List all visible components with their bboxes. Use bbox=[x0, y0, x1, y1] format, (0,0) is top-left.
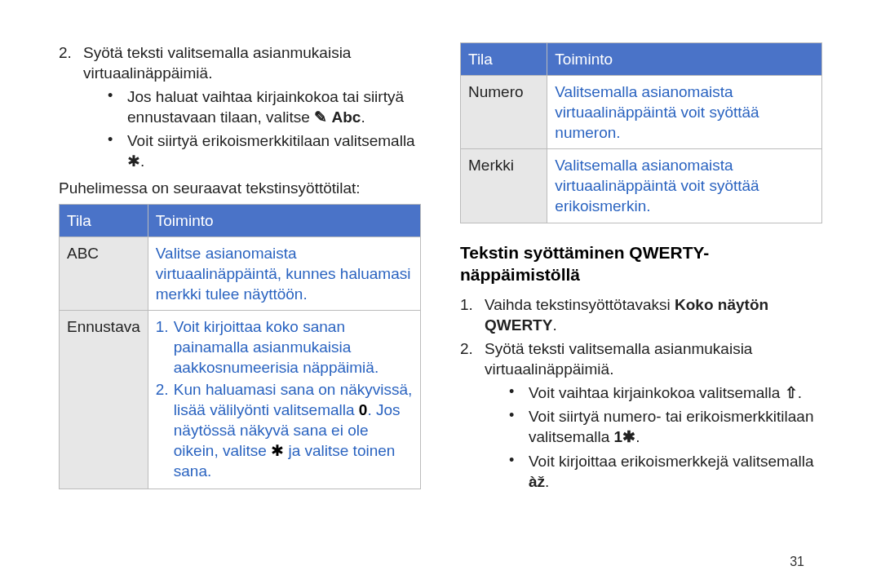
step-2: 2. Syötä teksti valitsemalla asianmukais… bbox=[59, 42, 421, 171]
bullet-change-case: • Jos haluat vaihtaa kirjainkokoa tai si… bbox=[108, 86, 421, 127]
mode-name: Merkki bbox=[461, 149, 547, 223]
qwerty-step-1: 1. Vaihda tekstinsyöttötavaksi Koko näyt… bbox=[460, 294, 822, 335]
star-icon bbox=[271, 442, 284, 459]
qwerty-heading: Tekstin syöttäminen QWERTY-näppäimistöll… bbox=[460, 241, 822, 286]
right-column: Tila Toiminto Numero Valitsemalla asiano… bbox=[460, 42, 822, 495]
az-icon bbox=[529, 473, 545, 490]
mode-desc: Valitsemalla asianomaista virtuaalinäppä… bbox=[547, 149, 822, 223]
shift-icon bbox=[785, 384, 798, 401]
mode-desc: Valitsemalla asianomaista virtuaalinäppä… bbox=[547, 76, 822, 149]
bullet-dot: • bbox=[509, 451, 529, 492]
modes-intro: Puhelimessa on seuraavat tekstinsyöttöti… bbox=[59, 178, 421, 198]
bullet-special-chars: • Voit kirjoittaa erikoismerkkejä valits… bbox=[509, 451, 822, 492]
modes-table-left: Tila Toiminto ABC Valitse asianomaista v… bbox=[59, 204, 421, 490]
qwerty-step-2: 2. Syötä teksti valitsemalla asianmukais… bbox=[460, 338, 822, 492]
step-text: Syötä teksti valitsemalla asianmukaisia … bbox=[485, 340, 752, 378]
bullet-dot: • bbox=[108, 130, 127, 171]
table-row: Numero Valitsemalla asianomaista virtuaa… bbox=[461, 76, 822, 149]
substep-number: 1. bbox=[156, 316, 174, 378]
table-row: ABC Valitse asianomaista virtuaalinäppäi… bbox=[60, 237, 421, 310]
mode-name: ABC bbox=[60, 237, 148, 310]
step-body: Syötä teksti valitsemalla asianmukaisia … bbox=[485, 338, 822, 492]
bullet-text: Voit siirtyä erikoismerkkitilaan valitse… bbox=[127, 132, 415, 149]
table-header-tila: Tila bbox=[461, 43, 547, 76]
bullet-dot: • bbox=[509, 406, 529, 447]
table-header-toiminto: Toiminto bbox=[547, 43, 822, 76]
step-number: 2. bbox=[460, 338, 485, 492]
abc-label: Abc bbox=[332, 108, 361, 126]
substep-text: Voit kirjoittaa koko sanan painamalla as… bbox=[174, 316, 413, 378]
one-star-icon bbox=[614, 428, 636, 445]
step-body: Vaihda tekstinsyöttötavaksi Koko näytön … bbox=[485, 294, 822, 335]
mode-name: Numero bbox=[461, 76, 547, 149]
bullet-dot: • bbox=[509, 382, 529, 403]
step-number: 1. bbox=[460, 294, 485, 335]
bullet-special-mode: • Voit siirtyä erikoismerkkitilaan valit… bbox=[108, 130, 421, 171]
page-content: 2. Syötä teksti valitsemalla asianmukais… bbox=[0, 0, 881, 528]
period: . bbox=[361, 108, 365, 126]
table-header-toiminto: Toiminto bbox=[148, 204, 420, 237]
pencil-icon bbox=[314, 108, 327, 126]
table-row: Ennustava 1. Voit kirjoittaa koko sanan … bbox=[60, 310, 421, 489]
mode-name: Ennustava bbox=[60, 310, 148, 489]
page-number: 31 bbox=[790, 553, 804, 570]
bullet-num-special: • Voit siirtyä numero- tai erikoismerkki… bbox=[509, 406, 822, 447]
period: . bbox=[140, 153, 144, 170]
mode-desc: Valitse asianomaista virtuaalinäppäintä,… bbox=[148, 237, 420, 310]
step-text: Syötä teksti valitsemalla asianmukaisia … bbox=[83, 44, 351, 82]
bullet-dot: • bbox=[108, 86, 127, 127]
table-row: Merkki Valitsemalla asianomaista virtuaa… bbox=[461, 149, 822, 223]
modes-table-right: Tila Toiminto Numero Valitsemalla asiano… bbox=[460, 42, 822, 223]
bullet-shift: • Voit vaihtaa kirjainkokoa valitsemalla… bbox=[509, 382, 822, 403]
zero-key: 0 bbox=[359, 401, 368, 418]
step-number: 2. bbox=[59, 42, 83, 171]
mode-desc: 1. Voit kirjoittaa koko sanan painamalla… bbox=[148, 310, 420, 489]
substep-number: 2. bbox=[156, 379, 174, 481]
step-body: Syötä teksti valitsemalla asianmukaisia … bbox=[83, 42, 421, 171]
table-header-tila: Tila bbox=[60, 204, 148, 237]
star-icon bbox=[127, 153, 140, 170]
left-column: 2. Syötä teksti valitsemalla asianmukais… bbox=[59, 42, 421, 495]
substep-text: Kun haluamasi sana on näkyvissä, lisää v… bbox=[174, 379, 413, 481]
